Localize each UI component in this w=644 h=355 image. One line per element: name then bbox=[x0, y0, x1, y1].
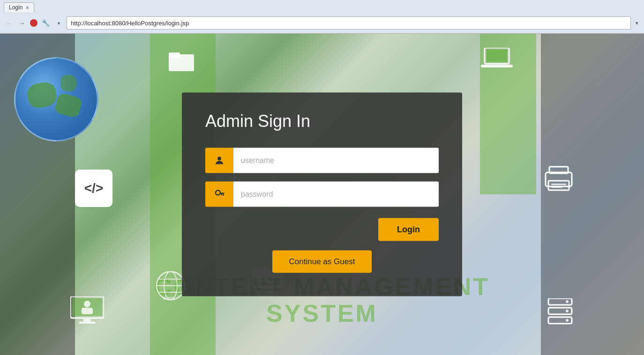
guest-button-row: Continue as Guest bbox=[205, 251, 439, 273]
monitor-icon bbox=[70, 296, 104, 332]
globe-decoration bbox=[14, 57, 98, 141]
svg-rect-14 bbox=[83, 319, 91, 322]
code-icon: </> bbox=[75, 170, 112, 207]
password-group bbox=[205, 182, 439, 207]
svg-rect-13 bbox=[82, 308, 93, 314]
tab-title: Login bbox=[9, 4, 22, 11]
settings-button[interactable]: 🔧 bbox=[40, 18, 51, 28]
key-icon bbox=[205, 182, 233, 207]
server-icon bbox=[547, 298, 574, 332]
login-button[interactable]: Login bbox=[378, 218, 439, 241]
laptop-icon bbox=[481, 48, 513, 78]
svg-point-37 bbox=[217, 157, 221, 161]
login-modal: Admin Sign In bbox=[182, 93, 462, 296]
nav-dropdown-button[interactable]: ▾ bbox=[53, 18, 64, 28]
stop-button[interactable] bbox=[30, 19, 37, 27]
svg-point-19 bbox=[566, 300, 569, 303]
svg-point-20 bbox=[566, 310, 569, 312]
back-button[interactable]: ← bbox=[4, 18, 14, 28]
svg-rect-41 bbox=[221, 194, 222, 195]
address-input[interactable] bbox=[67, 16, 631, 30]
svg-text:WWW: WWW bbox=[163, 296, 175, 301]
svg-rect-40 bbox=[223, 194, 224, 196]
username-group bbox=[205, 148, 439, 173]
browser-chrome: Login ✕ ← → 🔧 ▾ ▾ bbox=[0, 0, 644, 34]
svg-rect-15 bbox=[79, 322, 96, 324]
modal-title: Admin Sign In bbox=[205, 111, 439, 131]
tab-close-button[interactable]: ✕ bbox=[25, 5, 29, 10]
svg-rect-3 bbox=[487, 50, 507, 62]
guest-button[interactable]: Continue as Guest bbox=[272, 251, 372, 273]
forward-button[interactable]: → bbox=[17, 18, 27, 28]
login-button-row: Login bbox=[205, 218, 439, 241]
address-bar-row: ← → 🔧 ▾ ▾ bbox=[0, 13, 644, 33]
tab-bar: Login ✕ bbox=[0, 0, 644, 13]
address-dropdown-button[interactable]: ▾ bbox=[634, 20, 640, 26]
svg-rect-8 bbox=[551, 184, 566, 185]
svg-point-38 bbox=[216, 191, 220, 195]
user-icon bbox=[205, 148, 233, 173]
printer-icon bbox=[544, 165, 574, 198]
username-input[interactable] bbox=[233, 148, 439, 173]
folder-icon bbox=[169, 48, 194, 77]
browser-tab[interactable]: Login ✕ bbox=[4, 2, 34, 12]
svg-rect-9 bbox=[551, 186, 562, 188]
svg-rect-7 bbox=[548, 181, 569, 190]
password-input[interactable] bbox=[233, 182, 439, 207]
svg-point-21 bbox=[566, 319, 569, 322]
page-content: </> bbox=[0, 34, 644, 355]
svg-rect-1 bbox=[169, 52, 180, 58]
svg-rect-39 bbox=[220, 193, 225, 194]
svg-rect-4 bbox=[481, 65, 513, 67]
svg-point-12 bbox=[84, 301, 90, 307]
